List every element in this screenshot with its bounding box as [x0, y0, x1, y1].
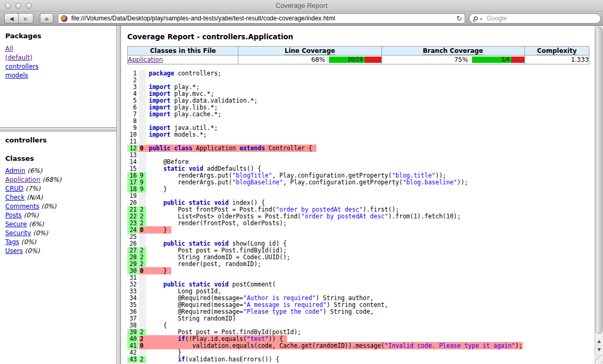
class-row: Application(68%)	[5, 175, 116, 184]
package-link-all[interactable]: All	[5, 45, 13, 52]
class-link-tags[interactable]: Tags	[5, 238, 19, 246]
nav-buttons: ◀ ▶	[4, 13, 34, 24]
source-line: 10import models.*;	[127, 131, 595, 138]
package-row: (default)	[5, 53, 116, 62]
hit-count: 0	[139, 227, 146, 234]
hit-count	[139, 308, 146, 315]
hit-count	[139, 152, 146, 159]
package-name-title: controllers	[5, 136, 116, 144]
line-coverage-bar-covered: 20/29	[329, 57, 365, 63]
search-options-caret-icon[interactable]: ▼	[479, 17, 483, 21]
package-link-models[interactable]: models	[5, 72, 28, 79]
url-input[interactable]	[70, 14, 456, 23]
page-title: Coverage Report - controllers.Applicatio…	[127, 32, 595, 41]
hit-count	[139, 125, 146, 131]
code-text: renderArgs.put("blogBaseline", Play.conf…	[146, 179, 468, 186]
class-link-security[interactable]: Security	[5, 229, 31, 237]
source-line: 189 }	[127, 186, 595, 193]
hit-count	[139, 70, 146, 77]
new-tab-button[interactable]: +	[40, 13, 53, 24]
header-classes-in-file: Classes in this File	[128, 47, 238, 56]
hit-count: 0	[139, 268, 146, 274]
window-titlebar: Coverage Report	[0, 0, 603, 12]
frameset: Packages All(default)controllersmodels c…	[0, 26, 603, 364]
class-link-admin[interactable]: Admin	[5, 167, 25, 174]
class-coverage-pct: (7%)	[26, 185, 40, 192]
class-coverage-pct: (0%)	[25, 247, 40, 255]
source-line: 432 if(validation.hasErrors()) {	[127, 356, 595, 363]
source-line: 1package controllers;	[127, 70, 595, 77]
code-text: }	[146, 268, 171, 274]
page-favicon-icon	[61, 15, 68, 22]
package-link-controllers[interactable]: controllers	[5, 63, 39, 70]
hit-count	[139, 97, 146, 104]
line-coverage-cell: 68% 20/29	[238, 56, 381, 64]
class-row: Check(N/A)	[5, 193, 116, 202]
source-line: 240 }	[127, 227, 595, 234]
class-link-check[interactable]: Check	[5, 194, 25, 201]
header-line-coverage: Line Coverage	[238, 47, 381, 56]
hit-count	[139, 193, 146, 200]
window-resize-grip[interactable]	[595, 355, 603, 364]
packages-frame: Packages All(default)controllersmodels	[0, 26, 116, 127]
source-listing: 1package controllers;23import play.*;4im…	[127, 70, 595, 363]
hit-count: 2	[139, 356, 146, 363]
code-text: import play.cache.*;	[146, 111, 221, 118]
code-text: validation.equals(code, Cache.get(random…	[146, 343, 523, 349]
class-link-crud[interactable]: CRUD	[5, 185, 24, 192]
class-link-application[interactable]: Application	[5, 176, 40, 183]
scrollbar-arrows: ▲ ▼	[595, 337, 603, 355]
hit-count	[139, 302, 146, 308]
reload-icon[interactable]: ↻	[456, 15, 462, 22]
search-bar[interactable]: ▼	[469, 13, 601, 24]
hit-count	[139, 118, 146, 125]
scroll-down-arrow-icon[interactable]: ▼	[595, 346, 603, 354]
code-text: public class Application extends Control…	[146, 145, 316, 152]
hit-count	[139, 77, 146, 84]
browser-toolbar: ◀ ▶ + ↻ ▼	[0, 12, 603, 26]
package-row: models	[5, 71, 116, 80]
complexity-value: 1.333	[524, 56, 589, 64]
search-input[interactable]	[486, 14, 596, 23]
classes-list: Admin(6%)Application(68%)CRUD(7%)Check(N…	[5, 167, 116, 256]
class-link-secure[interactable]: Secure	[5, 220, 27, 228]
address-bar[interactable]: ↻	[58, 13, 465, 24]
package-row: All	[5, 45, 116, 53]
hit-count	[139, 111, 146, 118]
class-coverage-pct: (0%)	[24, 212, 38, 219]
class-link-users[interactable]: Users	[5, 247, 23, 255]
line-coverage-bar: 20/29	[329, 57, 381, 63]
hit-count	[139, 234, 146, 240]
class-row: CRUD(7%)	[5, 184, 116, 193]
hit-count	[139, 84, 146, 91]
back-button[interactable]: ◀	[5, 14, 19, 23]
header-branch-coverage: Branch Coverage	[381, 47, 524, 56]
source-line: 232 render(frontPost, olderPosts);	[127, 220, 595, 227]
source-line: 410 validation.equals(code, Cache.get(ra…	[127, 343, 595, 349]
horizontal-frame-splitter[interactable]	[0, 127, 116, 131]
branch-coverage-bar-covered: 3/4	[472, 57, 511, 63]
class-link-comments[interactable]: Comments	[5, 203, 39, 210]
scroll-up-arrow-icon[interactable]: ▲	[595, 337, 603, 346]
vertical-frame-splitter[interactable]	[116, 26, 121, 364]
branch-coverage-bar: 3/4	[472, 57, 524, 63]
source-line: 7import play.cache.*;	[127, 111, 595, 118]
code-text: import models.*;	[146, 131, 207, 138]
class-row: Admin(6%)	[5, 167, 116, 175]
class-coverage-pct: (0%)	[33, 229, 48, 237]
coverage-summary-table: Classes in this File Line Coverage Branc…	[127, 46, 589, 64]
source-line: 300 }	[127, 268, 595, 274]
package-link-default[interactable]: (default)	[5, 54, 32, 61]
hit-count	[139, 131, 146, 138]
class-row: Users(0%)	[5, 247, 116, 256]
sidebar: Packages All(default)controllersmodels c…	[0, 26, 116, 364]
forward-button[interactable]: ▶	[19, 14, 33, 23]
source-line: 179 renderArgs.put("blogBaseline", Play.…	[127, 179, 595, 186]
hit-count	[139, 159, 146, 166]
code-text: }	[146, 227, 171, 234]
class-link-posts[interactable]: Posts	[5, 212, 21, 219]
scrollbar-thumb[interactable]	[596, 27, 602, 334]
class-link-application[interactable]: Application	[128, 56, 163, 63]
branch-coverage-bar-uncovered	[511, 57, 524, 63]
vertical-scrollbar[interactable]	[595, 26, 603, 355]
